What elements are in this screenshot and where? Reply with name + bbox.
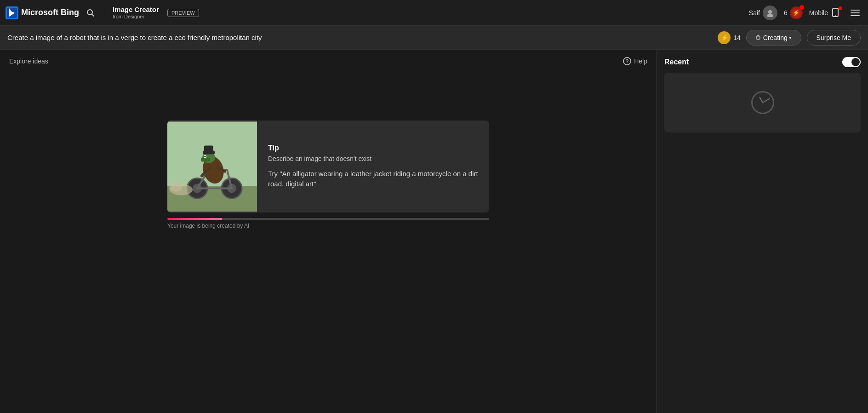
main-area: Explore ideas ? Help: [0, 50, 868, 413]
mobile-icon: [830, 7, 841, 18]
hamburger-line-2: [851, 12, 860, 13]
svg-point-5: [768, 10, 772, 14]
alligator-image: [167, 120, 257, 212]
surprise-me-button[interactable]: Surprise Me: [807, 30, 861, 46]
help-label: Help: [634, 57, 647, 65]
search-nav-button[interactable]: [84, 6, 97, 20]
svg-line-4: [92, 14, 94, 16]
creating-label: Creating •: [763, 34, 792, 41]
surprise-me-label: Surprise Me: [817, 34, 851, 41]
nav-divider: [105, 6, 105, 20]
search-bar-row: ⚡ 14 Creating • Surprise Me: [0, 26, 868, 50]
svg-point-29: [169, 183, 183, 192]
coin-notification-badge: [799, 5, 804, 10]
navbar: Microsoft Bing Image Creator from Design…: [0, 0, 868, 26]
recent-toggle[interactable]: [842, 57, 861, 67]
tip-content: Tip Describe an image that doesn't exist…: [257, 120, 489, 212]
help-area[interactable]: ? Help: [623, 57, 647, 65]
creating-spinner: [756, 35, 760, 40]
mobile-area[interactable]: Mobile: [809, 7, 841, 18]
app-subtitle: from Designer: [113, 14, 159, 19]
creating-button[interactable]: Creating •: [746, 30, 801, 46]
explore-ideas-label[interactable]: Explore ideas: [9, 57, 48, 65]
mobile-notification-badge: [839, 6, 842, 10]
boost-area[interactable]: ⚡ 14: [718, 31, 741, 44]
svg-rect-22: [201, 158, 210, 162]
bing-logo-icon: [6, 6, 18, 19]
toggle-knob: [851, 58, 860, 66]
user-name: Saif: [749, 9, 760, 17]
progress-text: Your image is being created by AI: [167, 223, 489, 229]
bing-logo[interactable]: Microsoft Bing: [6, 6, 79, 19]
hamburger-line-1: [851, 10, 860, 11]
progress-bar-fill: [167, 218, 222, 220]
progress-bar-track: [167, 218, 489, 220]
preview-badge: PREVIEW: [167, 9, 199, 17]
tip-card: Tip Describe an image that doesn't exist…: [167, 120, 489, 212]
app-title: Image Creator: [113, 6, 159, 14]
sidebar-header: Recent: [664, 57, 861, 67]
nav-right: Saif 6 ⚡ Mobile: [749, 6, 862, 20]
coins-count: 6: [784, 9, 788, 17]
help-icon: ?: [623, 57, 631, 65]
content-area: Explore ideas ? Help: [0, 50, 657, 413]
tip-description: Describe an image that doesn't exist: [268, 155, 478, 162]
search-icon: [86, 9, 95, 17]
user-avatar: [763, 6, 777, 20]
clock-icon: [751, 91, 774, 114]
bing-logo-text: Microsoft Bing: [21, 8, 79, 17]
explore-ideas-bar: Explore ideas ? Help: [9, 57, 647, 65]
user-area[interactable]: Saif: [749, 6, 777, 20]
svg-point-6: [767, 14, 773, 17]
search-input[interactable]: [7, 34, 712, 41]
hamburger-line-3: [851, 15, 860, 16]
tip-label: Tip: [268, 144, 478, 152]
app-title-area: Image Creator from Designer: [113, 6, 159, 19]
hamburger-button[interactable]: [848, 7, 862, 19]
tip-example: Try "An alligator wearing a leather jack…: [268, 169, 478, 189]
coins-area[interactable]: 6 ⚡: [784, 6, 803, 19]
tip-image: [167, 120, 257, 212]
mobile-label: Mobile: [809, 9, 828, 17]
boost-count: 14: [733, 34, 741, 41]
svg-point-8: [835, 15, 836, 16]
progress-area: Your image is being created by AI: [167, 218, 489, 229]
avatar-icon: [766, 9, 774, 17]
sidebar: Recent: [657, 50, 868, 413]
svg-point-24: [205, 156, 206, 157]
sidebar-title: Recent: [664, 58, 689, 66]
svg-rect-21: [204, 146, 213, 152]
clock-minute-hand: [762, 98, 770, 103]
boost-icon: ⚡: [718, 31, 731, 44]
recent-card: [664, 73, 861, 132]
coin-icon: ⚡: [790, 6, 803, 19]
